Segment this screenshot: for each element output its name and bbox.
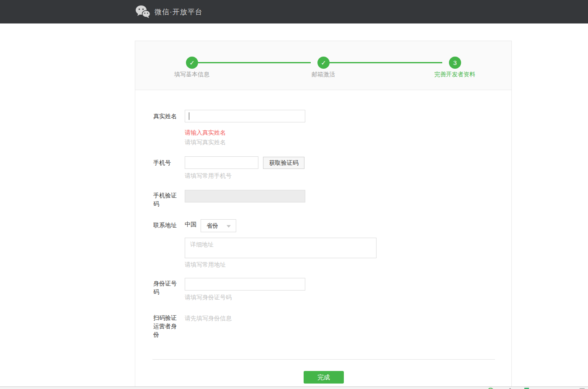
footer-divider <box>152 359 495 360</box>
real-name-input[interactable] <box>185 110 305 122</box>
real-name-hint: 请填写真实姓名 <box>185 139 226 146</box>
wechat-logo-icon <box>135 5 151 18</box>
phone-label: 手机号 <box>153 158 179 167</box>
step-connector-1 <box>198 62 311 63</box>
cutoff-footer-strip <box>0 386 588 389</box>
step-1-marker: ✓ <box>186 57 198 69</box>
app-title: 微信·开放平台 <box>155 7 203 17</box>
finish-button[interactable]: 完成 <box>304 371 344 384</box>
step-2-marker: ✓ <box>317 57 330 69</box>
id-number-hint: 请填写身份证号码 <box>185 294 232 301</box>
get-verification-code-button[interactable]: 获取验证码 <box>263 157 304 169</box>
province-select[interactable]: 省份 <box>201 219 236 232</box>
step-1-label: 填写基本信息 <box>174 71 209 78</box>
check-icon: ✓ <box>321 60 326 66</box>
step-connector-2 <box>330 62 442 63</box>
progress-stepper: ✓ ✓ 3 填写基本信息 邮箱激活 完善开发者资料 <box>135 41 512 90</box>
registration-card: ✓ ✓ 3 填写基本信息 邮箱激活 完善开发者资料 真实姓名 请输入真实姓名 请… <box>135 41 512 386</box>
real-name-error: 请输入真实姓名 <box>185 129 226 137</box>
text-caret <box>189 112 189 120</box>
app-header: 微信·开放平台 <box>0 0 588 23</box>
real-name-label: 真实姓名 <box>153 112 179 120</box>
province-select-value: 省份 <box>206 222 218 230</box>
step-2-label: 邮箱激活 <box>312 71 335 78</box>
step-3-label: 完善开发者资料 <box>434 71 475 78</box>
phone-hint: 请填写常用手机号 <box>185 172 232 180</box>
address-label: 联系地址 <box>153 221 179 229</box>
qr-verify-label: 扫码验证运营者身份 <box>153 314 179 339</box>
sms-code-input <box>185 190 305 202</box>
chevron-down-icon <box>227 225 231 228</box>
id-number-input[interactable] <box>185 278 305 290</box>
country-text: 中国 <box>185 221 196 228</box>
sms-code-label: 手机验证码 <box>153 191 179 208</box>
step-number: 3 <box>453 59 456 66</box>
qr-verify-hint: 请先填写身份信息 <box>185 315 232 322</box>
id-number-label: 身份证号码 <box>153 279 179 296</box>
phone-input[interactable] <box>185 156 258 169</box>
address-hint: 请填写常用地址 <box>185 261 226 269</box>
step-3-marker: 3 <box>449 57 461 69</box>
detail-address-textarea[interactable] <box>185 238 377 258</box>
check-icon: ✓ <box>189 60 195 66</box>
